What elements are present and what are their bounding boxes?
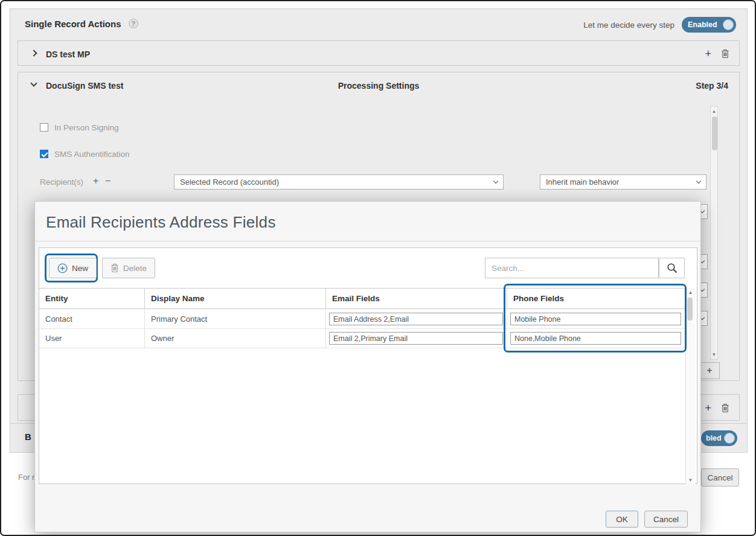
- delete-button-label: Delete: [123, 264, 147, 273]
- display-name-cell: Primary Contact: [145, 310, 326, 328]
- email-fields-input[interactable]: [329, 313, 503, 325]
- scroll-down-icon[interactable]: ▼: [711, 352, 717, 357]
- phone-fields-input[interactable]: [510, 313, 681, 325]
- recipient-source-value: Selected Record (accountid): [180, 177, 279, 187]
- toggle-knob-icon: [724, 433, 735, 444]
- scroll-thumb[interactable]: [712, 116, 717, 150]
- sms-authentification-label: SMS Authentification: [54, 150, 130, 159]
- modal-header: Email Recipients Address Fields: [35, 202, 700, 241]
- bulk-title-partial: B: [25, 432, 31, 442]
- add-row-button[interactable]: +: [699, 362, 720, 379]
- table-row[interactable]: Contact Primary Contact: [39, 310, 685, 329]
- phone-fields-input[interactable]: [510, 332, 681, 345]
- help-icon[interactable]: ?: [129, 19, 138, 28]
- entity-cell: Contact: [39, 310, 145, 328]
- panel-scrollbar[interactable]: ▲ ▼: [710, 106, 718, 360]
- scroll-up-icon[interactable]: ▲: [686, 290, 695, 295]
- step-indicator: Step 3/4: [696, 81, 728, 91]
- page-cancel-button[interactable]: Cancel: [701, 468, 739, 487]
- ok-button[interactable]: OK: [606, 511, 638, 528]
- panel-title-ds-test-mp[interactable]: DS test MP: [46, 49, 90, 59]
- panel-actions: +: [705, 395, 729, 421]
- in-person-signing-checkbox[interactable]: [40, 123, 48, 132]
- search-button[interactable]: [659, 258, 685, 278]
- in-person-signing-label: In Person Signing: [54, 123, 119, 132]
- table-scrollbar[interactable]: ▲ ▼: [685, 288, 695, 485]
- enabled-toggle[interactable]: Enabled: [682, 17, 736, 33]
- add-action-icon[interactable]: +: [705, 403, 711, 413]
- search-input[interactable]: [485, 258, 659, 278]
- plus-circle-icon: [57, 263, 68, 273]
- remove-recipient-icon[interactable]: −: [105, 176, 111, 187]
- processing-settings-title: Processing Settings: [18, 81, 739, 91]
- scroll-up-icon[interactable]: ▲: [711, 109, 717, 114]
- recipients-label: Recipient(s): [40, 177, 83, 187]
- chevron-down-icon: [696, 179, 701, 183]
- table-row[interactable]: User Owner: [39, 329, 685, 348]
- scroll-thumb[interactable]: [687, 298, 693, 321]
- chevron-right-icon[interactable]: [30, 49, 37, 56]
- chevron-down-icon: [493, 179, 498, 183]
- bulk-toggle-label-partial: bled: [706, 434, 722, 442]
- enabled-toggle-label: Enabled: [688, 21, 717, 29]
- modal-cancel-button[interactable]: Cancel: [644, 511, 688, 528]
- panel-actions: +: [705, 41, 729, 66]
- footer-note-partial: For r: [18, 473, 34, 482]
- column-header-phone-fields: Phone Fields: [507, 289, 685, 308]
- email-fields-input[interactable]: [329, 332, 503, 345]
- trash-icon[interactable]: [721, 49, 729, 59]
- entity-cell: User: [39, 329, 145, 348]
- app-window: Single Record Actions ? Let me decide ev…: [0, 0, 756, 536]
- display-name-cell: Owner: [145, 329, 326, 348]
- add-recipient-icon[interactable]: +: [93, 176, 98, 187]
- new-button[interactable]: New: [49, 258, 97, 278]
- sms-authentification-checkbox[interactable]: [40, 150, 48, 158]
- modal-grid-panel: New Delete Entity Display Name Email Fie…: [39, 247, 697, 484]
- section-header: Single Record Actions ? Let me decide ev…: [10, 9, 747, 39]
- delete-button[interactable]: Delete: [102, 258, 155, 278]
- behavior-dropdown[interactable]: Inherit main behavior: [540, 174, 706, 190]
- column-header-email-fields: Email Fields: [326, 289, 507, 308]
- column-header-display-name: Display Name: [145, 289, 326, 308]
- modal-title: Email Recipients Address Fields: [46, 213, 276, 232]
- email-recipients-modal: Email Recipients Address Fields New Dele…: [34, 201, 701, 532]
- column-header-entity: Entity: [39, 289, 145, 308]
- panel-header[interactable]: DS test MP +: [18, 41, 739, 66]
- behavior-value: Inherit main behavior: [546, 177, 619, 187]
- panel-ds-test-mp: DS test MP +: [18, 40, 740, 66]
- recipient-source-dropdown[interactable]: Selected Record (accountid): [174, 174, 504, 190]
- scroll-down-icon[interactable]: ▼: [686, 477, 695, 483]
- trash-icon: [111, 263, 119, 273]
- trash-icon[interactable]: [721, 403, 729, 413]
- header-right-controls: Let me decide every step Enabled: [583, 17, 736, 33]
- table-header-row: Entity Display Name Email Fields Phone F…: [39, 288, 685, 309]
- panel-header[interactable]: DocuSign SMS test Processing Settings St…: [18, 72, 739, 98]
- decide-every-step-label: Let me decide every step: [583, 21, 674, 30]
- new-button-label: New: [72, 264, 88, 273]
- toggle-knob-icon: [723, 19, 734, 30]
- add-action-icon[interactable]: +: [705, 48, 711, 59]
- page-title: Single Record Actions: [25, 19, 121, 29]
- bulk-enabled-toggle[interactable]: bled: [701, 430, 737, 446]
- search-icon: [667, 263, 678, 273]
